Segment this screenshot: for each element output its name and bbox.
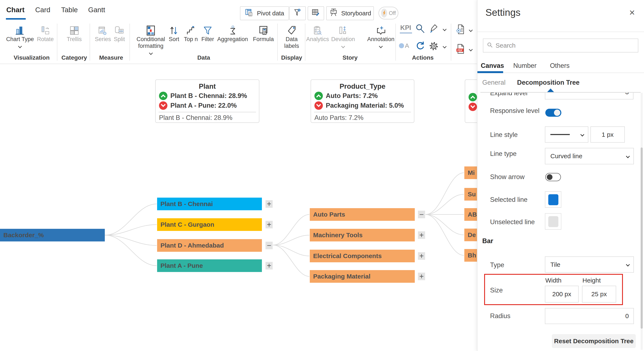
expand-button-plant-b[interactable]: +: [266, 200, 273, 208]
settings-panel: Settings × Canvas Number Others General …: [477, 0, 644, 351]
bar-height-input[interactable]: 25 px: [582, 286, 616, 303]
tree-node-plant-b[interactable]: Plant B - Chennai: [157, 198, 262, 210]
storyboard-button[interactable]: Storyboard: [326, 6, 374, 20]
settings-tab-number[interactable]: Number: [513, 62, 536, 69]
tab-table[interactable]: Table: [61, 6, 78, 14]
tab-card[interactable]: Card: [35, 6, 50, 14]
tree-node-plant-d[interactable]: Plant D - Ahmedabad: [157, 239, 262, 252]
height-label: Height: [582, 277, 601, 284]
edit-table-button[interactable]: [308, 6, 324, 20]
deviation-button[interactable]: Deviation: [331, 22, 355, 49]
kpi-button[interactable]: KPI: [400, 24, 411, 32]
settings-tab-canvas[interactable]: Canvas: [481, 62, 504, 69]
series-button[interactable]: Series: [95, 22, 111, 42]
top-n-icon: [184, 22, 198, 36]
annotation-style-button[interactable]: A: [399, 42, 409, 49]
expand-button-plant-c[interactable]: +: [266, 221, 273, 228]
chevron-down-icon[interactable]: [149, 51, 153, 55]
aggregation-icon: [217, 22, 248, 36]
bar-width-input[interactable]: 200 px: [545, 286, 579, 303]
chevron-down-icon[interactable]: [469, 47, 472, 51]
selected-line-color-picker[interactable]: [545, 191, 561, 208]
chevron-down-icon[interactable]: [341, 44, 345, 48]
panel-divider: [478, 32, 644, 32]
conditional-formatting-button[interactable]: Conditional formatting: [131, 22, 171, 56]
line-style-dropdown[interactable]: [545, 126, 588, 143]
storyboard-icon: [329, 8, 338, 19]
format-painter-button[interactable]: [428, 23, 439, 35]
analytics-icon: [306, 22, 329, 36]
expand-button-plant-a[interactable]: +: [266, 262, 273, 270]
sort-button[interactable]: Sort: [169, 22, 179, 42]
settings-gear-button[interactable]: [428, 41, 439, 52]
filter-pin-button[interactable]: [289, 6, 306, 20]
export-settings-button[interactable]: [455, 23, 466, 36]
chevron-down-icon[interactable]: [469, 28, 472, 32]
analytics-button[interactable]: Analytics: [306, 22, 329, 42]
tree-node-machinery-tools[interactable]: Machinery Tools: [310, 229, 415, 241]
radius-input[interactable]: 0: [545, 308, 634, 324]
panel-scrollbar-thumb[interactable]: [641, 147, 643, 329]
pivot-data-label: Pivot data: [257, 10, 284, 17]
unselected-line-color-picker[interactable]: [545, 213, 561, 230]
expand-button-packaging-material[interactable]: +: [418, 273, 425, 280]
chevron-down-icon[interactable]: [379, 44, 383, 48]
expand-level-input[interactable]: 3: [545, 93, 634, 99]
close-icon[interactable]: ×: [629, 7, 635, 18]
split-button[interactable]: Split: [114, 22, 125, 42]
annotation-icon: [367, 22, 394, 36]
bar-type-dropdown[interactable]: Tile: [545, 256, 634, 273]
expand-button-machinery-tools[interactable]: +: [418, 231, 425, 239]
collapse-button-auto-parts[interactable]: −: [418, 211, 425, 218]
tree-node-plant-c[interactable]: Plant C - Gurgaon: [157, 218, 262, 231]
arrow-down-icon: [468, 103, 477, 111]
zoom-search-button[interactable]: [414, 23, 426, 35]
tree-node-plant-a[interactable]: Plant A - Pune: [157, 259, 262, 272]
card-footer: Plant B - Chennai: 28.9%: [159, 114, 259, 122]
refresh-button[interactable]: [414, 40, 426, 52]
app-root: Chart Card Table Gantt Pivot data Storyb…: [0, 0, 644, 351]
collapse-button-plant-d[interactable]: −: [266, 242, 273, 249]
export-pdf-button[interactable]: PDF: [455, 43, 466, 56]
formula-button[interactable]: Formula: [253, 22, 274, 42]
settings-tab-others[interactable]: Others: [550, 62, 570, 69]
group-story: Story: [342, 54, 358, 61]
chart-type-button[interactable]: Chart Type: [6, 22, 34, 49]
tree-node-root[interactable]: Backorder_%: [0, 229, 105, 241]
search-input[interactable]: [496, 42, 634, 49]
trellis-icon: [67, 22, 82, 36]
chevron-down-icon[interactable]: [18, 44, 22, 48]
group-category: Category: [61, 54, 87, 61]
tab-gantt[interactable]: Gantt: [88, 6, 105, 14]
card-top-row: Auto Parts: 7.2%: [314, 92, 414, 100]
settings-active-tab-underline: [478, 71, 503, 73]
responsive-level-toggle[interactable]: [545, 109, 561, 117]
kpi-underline: [400, 32, 412, 33]
tree-node-electrical-components[interactable]: Electrical Components: [310, 250, 415, 262]
show-arrow-toggle[interactable]: [545, 173, 561, 181]
card-bottom-row: Plant A - Pune: 22.0%: [159, 101, 259, 110]
tree-node-auto-parts[interactable]: Auto Parts: [310, 208, 415, 221]
annotation-button[interactable]: Annotation: [367, 22, 394, 49]
subtab-decomposition-tree[interactable]: Decomposition Tree: [517, 79, 580, 86]
tab-chart[interactable]: Chart: [6, 6, 24, 14]
trellis-button[interactable]: Trellis: [67, 22, 82, 42]
rotate-button[interactable]: Rotate: [37, 22, 54, 42]
top-n-button[interactable]: Top n: [184, 22, 198, 42]
chevron-down-icon[interactable]: [442, 27, 446, 31]
subtab-general[interactable]: General: [482, 79, 506, 86]
expand-button-electrical-components[interactable]: +: [418, 252, 425, 260]
line-type-dropdown[interactable]: Curved line: [545, 148, 634, 164]
assistant-toggle[interactable]: Off: [378, 7, 398, 19]
filter-button[interactable]: Filter: [202, 22, 214, 42]
settings-search[interactable]: [483, 38, 638, 52]
reset-decomposition-tree-button[interactable]: Reset Decomposition Tree: [552, 334, 636, 348]
chevron-down-icon[interactable]: [442, 44, 446, 48]
line-width-input[interactable]: 1 px: [590, 126, 625, 143]
tree-node-packaging-material[interactable]: Packaging Material: [310, 270, 415, 283]
pivot-data-button[interactable]: Pivot data: [240, 6, 289, 20]
kpi-card-plant: Plant Plant B - Chennai: 28.9% Plant A -…: [155, 79, 259, 123]
aggregation-button[interactable]: Aggregation: [217, 22, 248, 42]
chevron-down-icon: [580, 132, 584, 136]
data-labels-button[interactable]: Data labels: [278, 22, 305, 49]
